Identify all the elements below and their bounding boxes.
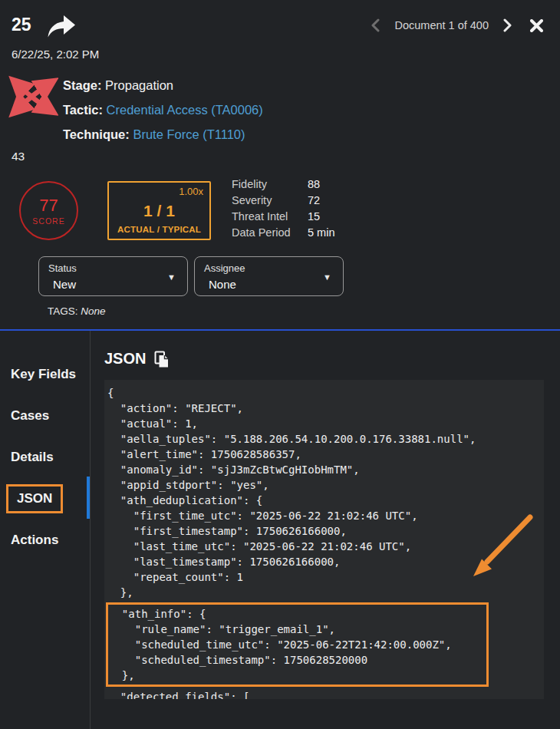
detail-tabs-section: Key Fields Cases Details JSON Actions JS…	[0, 331, 560, 729]
sidebar-item-label: JSON	[17, 491, 52, 506]
ratio-caption: ACTUAL / TYPICAL	[115, 225, 203, 234]
sidebar-item-label: Cases	[11, 408, 49, 424]
json-line: "aella_tuples": "5.188.206.54.10.200.0.1…	[107, 431, 544, 447]
json-line: "anomaly_id": "sjJ3mZcBtwCgHIobHmTM",	[107, 462, 544, 477]
stage-line: Stage: Propagation	[63, 73, 263, 97]
score-value: 77	[39, 196, 58, 215]
json-panel-title: JSON	[104, 350, 146, 368]
event-count: 43	[12, 150, 25, 163]
sidebar-item-label: Actions	[11, 533, 58, 548]
json-line: "appid_stdport": "yes",	[107, 477, 544, 493]
sidebar-item-details[interactable]: Details	[0, 437, 90, 478]
sidebar-nav: Key Fields Cases Details JSON Actions	[0, 331, 91, 729]
caret-down-icon: ▼	[167, 272, 176, 282]
kill-chain-info: Stage: Propagation Tactic: Credential Ac…	[63, 73, 263, 147]
pager-label: Document 1 of 400	[394, 19, 489, 31]
score-label: SCORE	[32, 216, 64, 226]
metric-value: 5 min	[308, 227, 334, 239]
json-line: "detected_fields": [	[107, 689, 544, 699]
technique-line: Technique: Brute Force (T1110)	[63, 122, 263, 147]
json-line: "first_time_utc": "2025-06-22 21:02:46 U…	[107, 508, 544, 523]
ratio-multiplier: 1.00x	[115, 186, 203, 197]
technique-link[interactable]: Brute Force (T1110)	[133, 127, 245, 141]
status-dropdown[interactable]: Status New ▼	[38, 256, 188, 296]
actual-typical-box: 1.00x 1 / 1 ACTUAL / TYPICAL	[107, 181, 211, 240]
metric-label: Severity	[232, 195, 308, 207]
tags-value: None	[81, 305, 105, 317]
caret-down-icon: ▼	[323, 272, 331, 282]
json-line: "ath_info": {	[109, 606, 486, 622]
json-line: "rule_name": "trigger_email_1",	[109, 622, 486, 637]
json-line: "action": "REJECT",	[107, 401, 544, 416]
assignee-dropdown-value: None	[209, 278, 236, 291]
close-icon[interactable]	[530, 19, 543, 32]
metric-label: Threat Intel	[232, 211, 308, 223]
assignee-dropdown-label: Assignee	[204, 262, 245, 274]
json-line: "repeat_count": 1	[107, 569, 544, 585]
metric-value: 72	[308, 195, 334, 207]
alert-detail-panel: 25 Document 1 of 400 6/22/25, 2:02 PM	[0, 0, 560, 729]
document-pager: Document 1 of 400	[371, 18, 543, 32]
json-tab-annotation-box: JSON	[6, 484, 63, 513]
tactic-label: Tactic:	[63, 103, 103, 117]
technique-label: Technique:	[63, 127, 130, 141]
copy-icon[interactable]	[154, 351, 170, 368]
metric-value: 15	[308, 211, 334, 223]
json-line: "scheduled_timestamp": 1750628520000	[109, 652, 486, 668]
alert-timestamp: 6/22/25, 2:02 PM	[12, 48, 99, 61]
sidebar-item-actions[interactable]: Actions	[0, 520, 90, 561]
ratio-value: 1 / 1	[115, 202, 203, 220]
sidebar-item-label: Key Fields	[11, 367, 76, 382]
tags-label: TAGS:	[48, 305, 81, 317]
sidebar-item-cases[interactable]: Cases	[0, 395, 90, 437]
json-line: },	[107, 585, 544, 600]
metric-value: 88	[308, 179, 334, 191]
metric-label: Fidelity	[232, 179, 308, 191]
stage-label: Stage:	[63, 78, 101, 92]
json-line: "ath_deduplication": {	[107, 493, 544, 508]
share-icon[interactable]	[46, 13, 77, 44]
assignee-dropdown[interactable]: Assignee None ▼	[194, 256, 344, 296]
json-code-block[interactable]: { "action": "REJECT", "actual": 1, "aell…	[104, 380, 544, 699]
prev-document-chevron-icon[interactable]	[371, 18, 380, 32]
json-line: "first_timestamp": 1750626166000,	[107, 523, 544, 539]
tactic-link[interactable]: Credential Access (TA0006)	[107, 103, 263, 117]
json-line: "alert_time": 1750628586357,	[107, 447, 544, 462]
json-line: "last_time_utc": "2025-06-22 21:02:46 UT…	[107, 539, 544, 554]
score-badge: 77 SCORE	[19, 181, 78, 240]
json-line: "last_timestamp": 1750626166000,	[107, 554, 544, 569]
sidebar-item-json[interactable]: JSON	[0, 478, 90, 520]
crossed-arrows-propagation-icon	[8, 74, 58, 122]
metrics-list: Fidelity 88 Severity 72 Threat Intel 15 …	[232, 179, 334, 239]
json-line: {	[107, 385, 544, 401]
sidebar-item-label: Details	[11, 450, 54, 465]
ath-info-annotation-box: "ath_info": { "rule_name": "trigger_emai…	[106, 602, 489, 687]
stage-value: Propagation	[105, 78, 173, 92]
next-document-chevron-icon[interactable]	[503, 18, 512, 32]
active-tab-indicator	[87, 477, 90, 519]
sidebar-item-key-fields[interactable]: Key Fields	[0, 354, 90, 395]
json-line: },	[109, 668, 486, 683]
json-line: "scheduled_time_utc": "2025-06-22T21:42:…	[109, 637, 486, 652]
tactic-line: Tactic: Credential Access (TA0006)	[63, 97, 263, 122]
status-dropdown-value: New	[53, 278, 76, 291]
json-panel: JSON { "action": "REJECT", "actual": 1, …	[91, 331, 560, 729]
alert-id: 25	[12, 15, 31, 35]
json-line: "actual": 1,	[107, 416, 544, 431]
alert-summary-section: 25 Document 1 of 400 6/22/25, 2:02 PM	[0, 0, 560, 329]
tags-row: TAGS: None	[48, 305, 106, 317]
metric-label: Data Period	[232, 227, 308, 239]
status-dropdown-label: Status	[48, 262, 77, 274]
